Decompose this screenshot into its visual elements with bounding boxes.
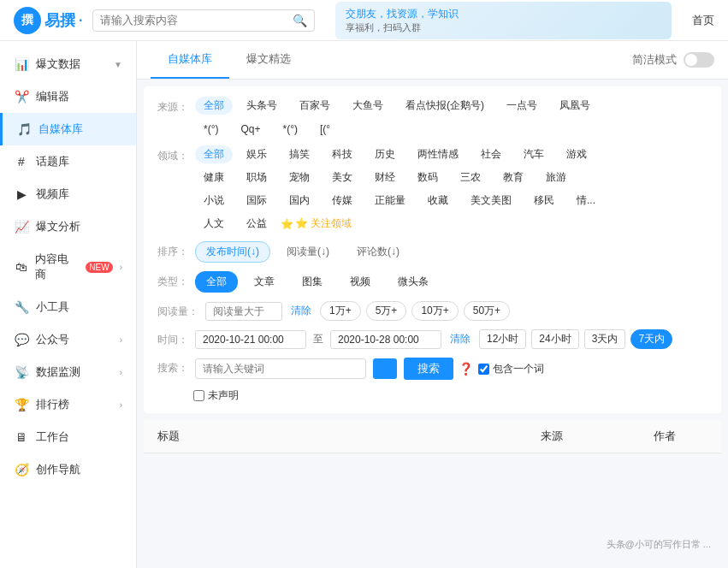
type-microtoutiao[interactable]: 微头条 bbox=[387, 271, 440, 293]
include-one-word-label[interactable]: 包含一个词 bbox=[478, 362, 544, 376]
read-input[interactable] bbox=[205, 302, 282, 321]
search-row: 搜索： 搜索 ❓ 包含一个词 bbox=[157, 358, 707, 380]
time-to-input[interactable] bbox=[330, 330, 441, 349]
undeclared-checkbox[interactable] bbox=[193, 390, 204, 401]
sidebar-item-baowenfenxi[interactable]: 📈 爆文分析 bbox=[0, 210, 136, 243]
read-row: 阅读量： 清除 1万+ 5万+ 10万+ 50万+ bbox=[157, 301, 707, 321]
domain-sannong[interactable]: 三农 bbox=[452, 169, 489, 186]
color-block1[interactable] bbox=[373, 358, 397, 379]
domain-zhichang[interactable]: 职场 bbox=[238, 169, 275, 186]
domain-caijing[interactable]: 财经 bbox=[366, 169, 404, 186]
source-extra1[interactable]: *(°) bbox=[195, 121, 227, 137]
read-clear-btn[interactable]: 清除 bbox=[287, 302, 315, 320]
table-area: 标题 来源 作者 bbox=[144, 420, 721, 453]
read-1w[interactable]: 1万+ bbox=[320, 301, 361, 321]
domain-yule[interactable]: 娱乐 bbox=[238, 145, 275, 163]
sidebar-item-baowendata[interactable]: 📊 爆文数据 ▼ bbox=[0, 48, 136, 80]
sidebar-item-bianji[interactable]: ✂️ 编辑器 bbox=[0, 80, 136, 113]
domain-qiche[interactable]: 汽车 bbox=[515, 145, 553, 163]
time-from-input[interactable] bbox=[195, 330, 306, 349]
domain-liangxing[interactable]: 两性情感 bbox=[409, 145, 467, 163]
sidebar-item-huati[interactable]: # 话题库 bbox=[0, 145, 136, 178]
domain-zhengnl[interactable]: 正能量 bbox=[366, 192, 414, 210]
read-10w[interactable]: 10万+ bbox=[411, 301, 458, 321]
search-bar[interactable]: 🔍 bbox=[92, 9, 315, 32]
logo: 撰 易撰 · bbox=[14, 7, 82, 34]
domain-lishi[interactable]: 历史 bbox=[366, 145, 404, 163]
include-one-word-checkbox[interactable] bbox=[478, 364, 489, 375]
type-options: 全部 文章 图集 视频 微头条 bbox=[195, 271, 707, 293]
domain-meinv[interactable]: 美女 bbox=[323, 169, 361, 186]
type-gallery[interactable]: 图集 bbox=[291, 271, 334, 293]
sidebar-item-ziwei[interactable]: 🎵 自媒体库 bbox=[0, 113, 136, 145]
sidebar-item-gongzonghao[interactable]: 💬 公众号 › bbox=[0, 323, 136, 356]
sidebar-item-xiaogongju[interactable]: 🔧 小工具 bbox=[0, 291, 136, 323]
domain-guonei[interactable]: 国内 bbox=[281, 192, 318, 210]
domain-yimin[interactable]: 移民 bbox=[525, 192, 563, 210]
sidebar-item-shujujiance[interactable]: 📡 数据监测 › bbox=[0, 356, 136, 388]
search-button[interactable]: 搜索 bbox=[404, 358, 453, 380]
domain-chuanmei[interactable]: 传媒 bbox=[323, 192, 361, 210]
source-yidian[interactable]: 一点号 bbox=[498, 97, 546, 115]
sort-read[interactable]: 阅读量(↓) bbox=[275, 241, 340, 263]
source-options: 全部 头条号 百家号 大鱼号 看点快报(企鹅号) 一点号 凤凰号 *(°) Qq… bbox=[195, 97, 707, 137]
domain-gongyi[interactable]: 公益 bbox=[238, 215, 275, 233]
tab-baowenjingxuan[interactable]: 爆文精选 bbox=[229, 41, 308, 79]
banner-text2: 享福利，扫码入群 bbox=[346, 21, 661, 34]
time-7d[interactable]: 7天内 bbox=[630, 329, 672, 349]
time-3d[interactable]: 3天内 bbox=[584, 329, 626, 349]
keyword-input[interactable] bbox=[195, 358, 366, 379]
source-toutiao[interactable]: 头条号 bbox=[238, 97, 286, 115]
domain-jiankang[interactable]: 健康 bbox=[195, 169, 233, 186]
help-icon[interactable]: ❓ bbox=[459, 362, 473, 376]
time-clear-btn[interactable]: 清除 bbox=[447, 330, 474, 348]
sort-comment[interactable]: 评论数(↓) bbox=[346, 241, 411, 263]
domain-renwen[interactable]: 人文 bbox=[195, 215, 233, 233]
tab-ziwei[interactable]: 自媒体库 bbox=[151, 41, 229, 79]
sidebar-item-video[interactable]: ▶ 视频库 bbox=[0, 178, 136, 210]
domain-meiwen[interactable]: 美文美图 bbox=[462, 192, 520, 210]
domain-shuma[interactable]: 数码 bbox=[409, 169, 447, 186]
domain-xiaoshuo[interactable]: 小说 bbox=[195, 192, 233, 210]
domain-youxi[interactable]: 游戏 bbox=[558, 145, 595, 163]
scissors-icon: ✂️ bbox=[14, 89, 29, 104]
sidebar-item-neirong[interactable]: 🛍 内容电商 NEW › bbox=[0, 243, 136, 291]
domain-qing[interactable]: 情... bbox=[568, 192, 604, 210]
source-extra4[interactable]: [(° bbox=[311, 121, 339, 137]
domain-shoucang[interactable]: 收藏 bbox=[419, 192, 457, 210]
sidebar-item-paihangjbang[interactable]: 🏆 排行榜 › bbox=[0, 388, 136, 421]
undeclared-label[interactable]: 未声明 bbox=[193, 388, 239, 403]
domain-jiaoyu[interactable]: 教育 bbox=[494, 169, 532, 186]
sidebar-label: 排行榜 bbox=[36, 397, 69, 412]
domain-lvyou[interactable]: 旅游 bbox=[537, 169, 575, 186]
sort-time[interactable]: 发布时间(↓) bbox=[195, 241, 270, 263]
source-baijia[interactable]: 百家号 bbox=[291, 97, 339, 115]
content-area: 自媒体库 爆文精选 简洁模式 来源： 全部 bbox=[137, 41, 728, 568]
source-dayu[interactable]: 大鱼号 bbox=[344, 97, 392, 115]
attention-link[interactable]: ⭐ ⭐ 关注领域 bbox=[281, 216, 352, 231]
sidebar-item-chuangyuandaohang[interactable]: 🧭 创作导航 bbox=[0, 453, 136, 486]
nav-home[interactable]: 首页 bbox=[692, 13, 714, 28]
type-all[interactable]: 全部 bbox=[195, 271, 238, 293]
time-24h[interactable]: 24小时 bbox=[531, 329, 578, 349]
sidebar-item-gongtai[interactable]: 🖥 工作台 bbox=[0, 421, 136, 453]
domain-gaoxiao[interactable]: 搞笑 bbox=[281, 145, 318, 163]
source-all[interactable]: 全部 bbox=[195, 97, 233, 115]
type-video[interactable]: 视频 bbox=[339, 271, 382, 293]
read-5w[interactable]: 5万+ bbox=[366, 301, 407, 321]
source-extra2[interactable]: Qq+ bbox=[232, 121, 269, 137]
domain-chongwu[interactable]: 宠物 bbox=[281, 169, 318, 186]
time-12h[interactable]: 12小时 bbox=[479, 329, 526, 349]
domain-shehui[interactable]: 社会 bbox=[472, 145, 510, 163]
chevron-icon: › bbox=[120, 263, 122, 272]
domain-guoji[interactable]: 国际 bbox=[238, 192, 275, 210]
source-fenghuang[interactable]: 凤凰号 bbox=[551, 97, 599, 115]
simple-mode-toggle[interactable] bbox=[684, 52, 714, 68]
domain-all[interactable]: 全部 bbox=[195, 145, 233, 163]
search-input[interactable] bbox=[100, 14, 287, 27]
domain-keji[interactable]: 科技 bbox=[323, 145, 361, 163]
source-kandian[interactable]: 看点快报(企鹅号) bbox=[397, 97, 493, 115]
type-article[interactable]: 文章 bbox=[243, 271, 286, 293]
read-50w[interactable]: 50万+ bbox=[464, 301, 510, 321]
source-extra3[interactable]: *(°) bbox=[274, 121, 305, 137]
